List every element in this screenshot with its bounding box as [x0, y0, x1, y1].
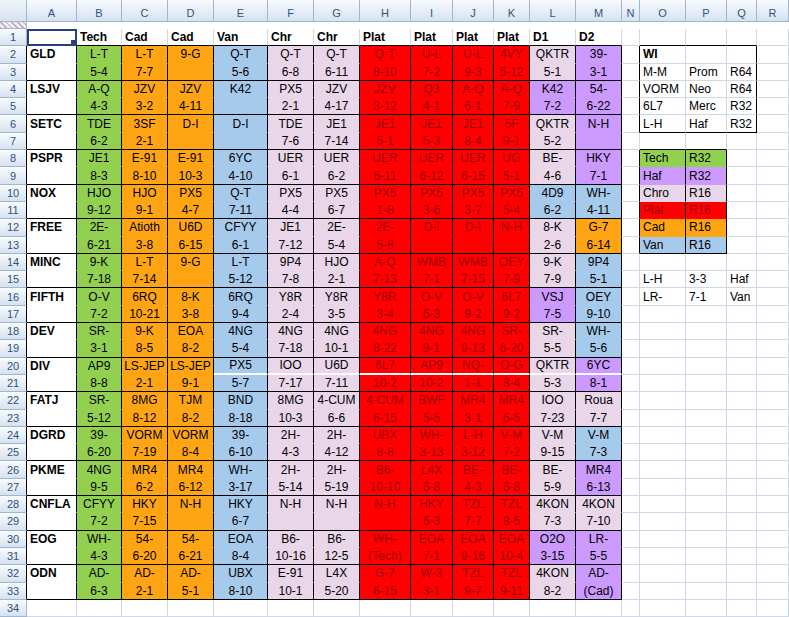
cell-E13[interactable]: 6-1 — [214, 237, 268, 254]
cell-K1[interactable]: Plat — [494, 29, 530, 46]
cell-O32[interactable] — [640, 565, 686, 582]
cell-D1[interactable]: Cad — [168, 29, 214, 46]
cell-P8[interactable]: R32 — [686, 150, 727, 167]
cell-F30[interactable]: B6- — [268, 531, 314, 548]
cell-G25[interactable]: 4-12 — [314, 444, 360, 461]
cell-P10[interactable]: R16 — [686, 185, 727, 202]
cell-D31[interactable]: 6-21 — [168, 548, 214, 565]
cell-H9[interactable]: 6-11 — [360, 167, 411, 184]
cell-L2[interactable]: QKTR — [530, 46, 576, 63]
row-header-12[interactable]: 12 — [0, 219, 27, 236]
cell-G23[interactable]: 6-6 — [314, 410, 360, 427]
cell-Q4[interactable]: R64 — [727, 81, 757, 98]
cell-R5[interactable] — [757, 98, 789, 115]
cell-O31[interactable] — [640, 548, 686, 565]
cell-O17[interactable] — [640, 306, 686, 323]
cell-B29[interactable]: 7-2 — [77, 513, 122, 530]
cell-I21[interactable]: 10-2 — [411, 375, 453, 392]
cell-Q7[interactable] — [727, 133, 757, 150]
cell-E22[interactable]: BND — [214, 392, 268, 409]
row-header-14[interactable]: 14 — [0, 254, 27, 271]
row-header-29[interactable]: 29 — [0, 513, 27, 530]
cell-R21[interactable] — [757, 375, 789, 392]
cell-K31[interactable]: 10-4 — [494, 548, 530, 565]
cell-E1[interactable]: Van — [214, 29, 268, 46]
cell-M33[interactable]: (Cad) — [576, 583, 622, 600]
cell-P13[interactable]: R16 — [686, 237, 727, 254]
cell-B23[interactable]: 5-12 — [77, 410, 122, 427]
row-header-27[interactable]: 27 — [0, 479, 27, 496]
cell-P5[interactable]: Merc — [686, 98, 727, 115]
cell-N17[interactable] — [622, 306, 640, 323]
cell-R29[interactable] — [757, 513, 789, 530]
cell-K10[interactable]: PX5 — [494, 185, 530, 202]
cell-H23[interactable]: 6-15 — [360, 410, 411, 427]
cell-Q14[interactable] — [727, 254, 757, 271]
cell-B2[interactable]: L-T — [77, 46, 122, 63]
cell-K8[interactable]: UG — [494, 150, 530, 167]
cell-O22[interactable] — [640, 392, 686, 409]
cell-F4[interactable]: PX5 — [268, 81, 314, 98]
cell-A19[interactable] — [27, 340, 77, 357]
cell-A27[interactable] — [27, 479, 77, 496]
cell-B3[interactable]: 5-4 — [77, 64, 122, 81]
cell-N23[interactable] — [622, 410, 640, 427]
cell-M1[interactable]: D2 — [576, 29, 622, 46]
cell-D8[interactable]: E-91 — [168, 150, 214, 167]
cell-J9[interactable]: 6-15 — [453, 167, 494, 184]
cell-R16[interactable] — [757, 288, 789, 305]
cell-E15[interactable]: 5-12 — [214, 271, 268, 288]
cell-H12[interactable]: 2E- — [360, 219, 411, 236]
cell-G10[interactable]: PX5 — [314, 185, 360, 202]
cell-K16[interactable]: 6L7 — [494, 288, 530, 305]
cell-C23[interactable]: 8-12 — [122, 410, 168, 427]
cell-P26[interactable] — [686, 461, 727, 478]
cell-Q17[interactable] — [727, 306, 757, 323]
cell-E16[interactable]: 6RQ — [214, 288, 268, 305]
cell-E12[interactable]: CFYY — [214, 219, 268, 236]
cell-C1[interactable]: Cad — [122, 29, 168, 46]
cell-C7[interactable]: 2-1 — [122, 133, 168, 150]
cell-D24[interactable]: VORM — [168, 427, 214, 444]
cell-E29[interactable]: 6-7 — [214, 513, 268, 530]
cell-K3[interactable]: 5-12 — [494, 64, 530, 81]
cell-C27[interactable]: 6-2 — [122, 479, 168, 496]
cell-C25[interactable]: 7-19 — [122, 444, 168, 461]
cell-F11[interactable]: 4-4 — [268, 202, 314, 219]
cell-E8[interactable]: 6YC — [214, 150, 268, 167]
row-header-13[interactable]: 13 — [0, 237, 27, 254]
cell-I22[interactable]: BWF — [411, 392, 453, 409]
cell-P31[interactable] — [686, 548, 727, 565]
cell-F5[interactable]: 2-1 — [268, 98, 314, 115]
cell-D23[interactable]: 8-2 — [168, 410, 214, 427]
cell-A4[interactable]: LSJV — [27, 81, 77, 98]
cell-I1[interactable]: Plat — [411, 29, 453, 46]
row-header-25[interactable]: 25 — [0, 444, 27, 461]
cell-O28[interactable] — [640, 496, 686, 513]
cell-K21[interactable]: 8-4 — [494, 375, 530, 392]
row-header-23[interactable]: 23 — [0, 410, 27, 427]
cell-L4[interactable]: K42 — [530, 81, 576, 98]
cell-O15[interactable]: L-H — [640, 271, 686, 288]
cell-P28[interactable] — [686, 496, 727, 513]
cell-C16[interactable]: 6RQ — [122, 288, 168, 305]
cell-E25[interactable]: 6-10 — [214, 444, 268, 461]
cell-N8[interactable] — [622, 150, 640, 167]
cell-E5[interactable] — [214, 98, 268, 115]
cell-P29[interactable] — [686, 513, 727, 530]
cell-P20[interactable] — [686, 358, 727, 375]
cell-M32[interactable]: AD- — [576, 565, 622, 582]
cell-Q1[interactable] — [727, 29, 757, 46]
cell-B20[interactable]: AP9 — [77, 358, 122, 375]
col-header-B[interactable]: B — [77, 0, 122, 22]
cell-Q34[interactable] — [727, 600, 757, 617]
cell-R28[interactable] — [757, 496, 789, 513]
cell-Q25[interactable] — [727, 444, 757, 461]
cell-A6[interactable]: SETC — [27, 115, 77, 132]
col-header-L[interactable]: L — [530, 0, 576, 22]
cell-J5[interactable]: 6-1 — [453, 98, 494, 115]
cell-B5[interactable]: 4-3 — [77, 98, 122, 115]
cell-N34[interactable] — [622, 600, 640, 617]
cell-G31[interactable]: 12-5 — [314, 548, 360, 565]
cell-N3[interactable] — [622, 64, 640, 81]
